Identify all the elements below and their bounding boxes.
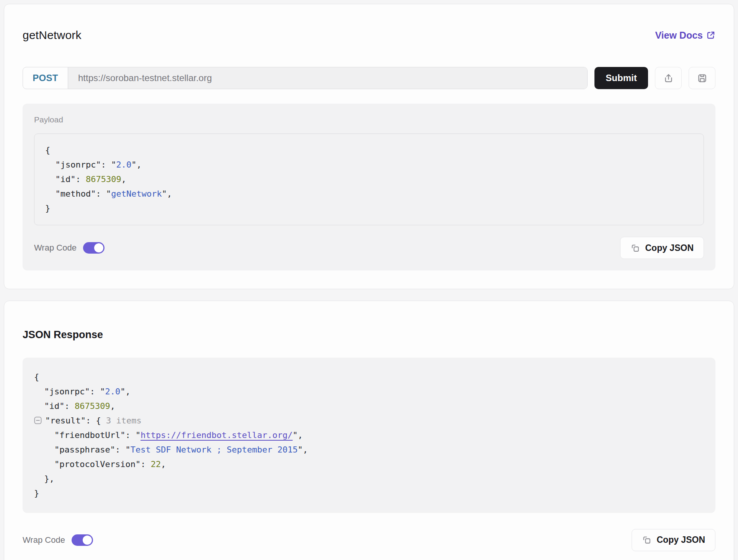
- json-token-key: "jsonrpc": [45, 160, 101, 169]
- json-token-num: 22: [151, 459, 161, 469]
- request-card: getNetwork View Docs POST Submit: [4, 4, 734, 289]
- json-token-punc: ,: [161, 459, 166, 469]
- json-token-punc: ",: [298, 445, 308, 454]
- json-token-punc: :: [64, 401, 75, 411]
- wrap-code-control: Wrap Code: [23, 534, 93, 546]
- view-docs-link[interactable]: View Docs: [655, 30, 715, 41]
- code-line: "jsonrpc": "2.0",: [45, 158, 693, 172]
- wrap-code-toggle[interactable]: [83, 242, 104, 254]
- submit-button[interactable]: Submit: [594, 67, 648, 89]
- endpoint-input-group: POST: [23, 67, 588, 89]
- share-icon: [663, 73, 674, 83]
- json-token-punc: ",: [293, 430, 303, 440]
- code-line: "passphrase": "Test SDF Network ; Septem…: [34, 443, 704, 457]
- json-token-punc: : ": [90, 387, 105, 396]
- wrap-code-toggle[interactable]: [72, 534, 93, 546]
- json-token-num: 8675309: [86, 174, 121, 184]
- external-link-icon: [706, 31, 715, 40]
- response-title: JSON Response: [23, 329, 715, 341]
- json-token-key: "jsonrpc": [34, 387, 90, 396]
- json-token-punc: :: [140, 459, 151, 469]
- json-token-punc: {: [45, 145, 50, 155]
- wrap-code-label: Wrap Code: [23, 535, 65, 545]
- json-token-str: Test SDF Network ; September 2015: [131, 445, 298, 454]
- code-line: }: [34, 486, 704, 501]
- json-token-punc: :: [75, 174, 86, 184]
- json-token-punc: ",: [162, 189, 172, 199]
- json-token-str: 2.0: [105, 387, 120, 396]
- json-token-punc: {: [34, 372, 39, 382]
- json-token-num: 8675309: [75, 401, 110, 411]
- payload-code-block: { "jsonrpc": "2.0", "id": 8675309, "meth…: [34, 133, 704, 225]
- code-line: },: [34, 472, 704, 486]
- code-line: "jsonrpc": "2.0",: [34, 384, 704, 399]
- wrap-code-control: Wrap Code: [34, 242, 104, 254]
- code-line: {: [45, 143, 693, 158]
- code-line: "id": 8675309,: [34, 399, 704, 413]
- endpoint-row: POST Submit: [23, 67, 715, 89]
- json-token-punc: : ": [101, 160, 116, 169]
- wrap-code-label: Wrap Code: [34, 243, 77, 253]
- code-line: "id": 8675309,: [45, 172, 693, 187]
- payload-panel: Payload { "jsonrpc": "2.0", "id": 867530…: [23, 104, 715, 270]
- endpoint-url-input[interactable]: [68, 67, 587, 89]
- json-token-key: "protocolVersion": [34, 459, 140, 469]
- json-token-punc: ",: [131, 160, 142, 169]
- response-footer: Wrap Code Copy JSON: [23, 529, 715, 551]
- toggle-knob: [83, 536, 92, 545]
- payload-footer: Wrap Code Copy JSON: [34, 237, 704, 259]
- json-token-punc: }: [34, 488, 39, 498]
- copy-json-button[interactable]: Copy JSON: [632, 529, 715, 551]
- json-token-punc: },: [34, 474, 54, 483]
- json-token-punc: ,: [121, 174, 126, 184]
- json-token-punc: : ": [96, 189, 111, 199]
- code-line: {: [34, 370, 704, 384]
- response-card: JSON Response { "jsonrpc": "2.0", "id": …: [4, 301, 734, 560]
- code-line: "protocolVersion": 22,: [34, 457, 704, 472]
- json-token-key: "friendbotUrl": [34, 430, 125, 440]
- json-token-key: "method": [45, 189, 96, 199]
- copy-icon: [630, 243, 640, 253]
- view-docs-label: View Docs: [655, 30, 703, 41]
- copy-json-label: Copy JSON: [656, 535, 705, 545]
- json-token-key: "result": [45, 416, 86, 425]
- json-token-punc: }: [45, 203, 50, 213]
- payload-label: Payload: [34, 115, 704, 124]
- response-code-block: { "jsonrpc": "2.0", "id": 8675309,"resul…: [23, 358, 715, 513]
- json-token-punc: ,: [110, 401, 115, 411]
- json-token-punc: : ": [125, 430, 140, 440]
- save-icon: [697, 73, 707, 83]
- http-method-label: POST: [23, 67, 68, 89]
- page-title: getNetwork: [23, 29, 82, 42]
- json-token-key: "id": [45, 174, 75, 184]
- json-token-punc: : ": [115, 445, 131, 454]
- json-token-punc: : {: [86, 416, 106, 425]
- copy-json-button[interactable]: Copy JSON: [620, 237, 704, 259]
- code-line: "friendbotUrl": "https://friendbot.stell…: [34, 428, 704, 443]
- json-token-link[interactable]: https://friendbot.stellar.org/: [140, 430, 292, 440]
- code-line: "result": { 3 items: [34, 413, 704, 428]
- json-token-meta: 3 items: [106, 416, 142, 425]
- request-card-header: getNetwork View Docs: [23, 21, 715, 49]
- share-button[interactable]: [655, 67, 682, 89]
- json-token-str: 2.0: [116, 160, 131, 169]
- copy-json-label: Copy JSON: [645, 243, 694, 253]
- json-token-str: getNetwork: [111, 189, 162, 199]
- json-token-key: "passphrase": [34, 445, 115, 454]
- json-token-punc: ",: [120, 387, 131, 396]
- copy-icon: [642, 535, 651, 545]
- code-line: "method": "getNetwork",: [45, 187, 693, 201]
- collapse-minus-icon[interactable]: [34, 417, 42, 424]
- json-token-key: "id": [34, 401, 64, 411]
- toggle-knob: [94, 243, 103, 252]
- save-button[interactable]: [689, 67, 715, 89]
- code-line: }: [45, 201, 693, 216]
